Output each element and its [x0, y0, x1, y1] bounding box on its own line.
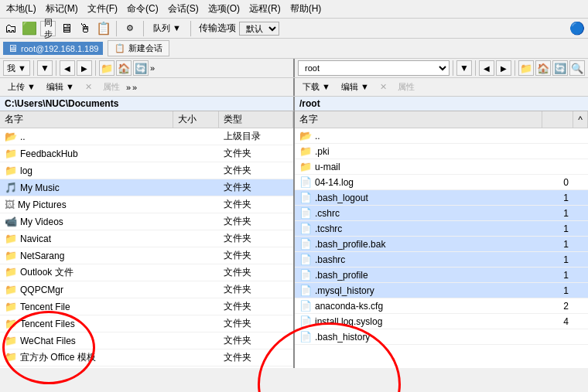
- local-header-size[interactable]: 大小: [173, 111, 219, 128]
- local-file-row[interactable]: 📁Navicat 文件夹: [0, 230, 293, 247]
- remote-file-row[interactable]: 📁u-mail: [295, 159, 588, 175]
- local-action-extra[interactable]: »: [132, 83, 137, 92]
- remote-file-row[interactable]: 📄.bash_profile.bak 1: [295, 237, 588, 252]
- transfer-options-select[interactable]: 默认: [239, 22, 279, 36]
- local-file-row[interactable]: 🎵My Music 文件夹: [0, 179, 293, 196]
- remote-file-name[interactable]: 📄.bash_history: [295, 329, 542, 345]
- local-file-row[interactable]: 📁FeedbackHub 文件夹: [0, 145, 293, 162]
- local-nav-more[interactable]: »: [150, 63, 155, 73]
- local-file-row[interactable]: 📹My Videos 文件夹: [0, 213, 293, 230]
- local-file-name[interactable]: 🖼My Pictures: [0, 196, 173, 213]
- remote-file-name[interactable]: 📂..: [295, 128, 542, 144]
- remote-filter-btn[interactable]: ▼: [456, 60, 472, 76]
- remote-delete-button[interactable]: ✕: [375, 80, 391, 94]
- menu-file[interactable]: 文件(F): [84, 2, 121, 16]
- local-header-type[interactable]: 类型: [219, 111, 293, 128]
- local-file-row[interactable]: 📁WeChat Files 文件夹: [0, 332, 293, 349]
- toolbar-icon-2[interactable]: 🟩: [22, 21, 37, 36]
- local-action-more[interactable]: »: [126, 83, 131, 92]
- remote-file-name[interactable]: 📄.cshrc: [295, 206, 542, 221]
- remote-file-row[interactable]: 📁.pki: [295, 144, 588, 159]
- remote-file-row[interactable]: 📂..: [295, 128, 588, 144]
- local-file-row[interactable]: 📁Tencent Files 文件夹: [0, 315, 293, 332]
- menu-mark[interactable]: 标记(M): [43, 2, 81, 16]
- remote-props-button[interactable]: 属性: [393, 80, 419, 94]
- remote-files-icon[interactable]: 📁: [518, 60, 534, 76]
- toolbar-icon-5[interactable]: 📋: [96, 21, 111, 36]
- remote-edit-button[interactable]: 编辑 ▼: [337, 80, 374, 94]
- local-file-name[interactable]: 📁QQPCMgr: [0, 281, 173, 298]
- remote-path-select[interactable]: root: [298, 60, 450, 76]
- remote-refresh-icon[interactable]: 🔄: [552, 60, 568, 76]
- remote-home-icon[interactable]: 🏠: [535, 60, 551, 76]
- remote-file-name[interactable]: 📄.mysql_history: [295, 283, 542, 298]
- local-file-row[interactable]: 📁NetSarang 文件夹: [0, 247, 293, 264]
- local-delete-button[interactable]: ✕: [80, 80, 97, 94]
- remote-file-name[interactable]: 📄.bash_logout: [295, 190, 542, 206]
- local-file-name[interactable]: 📁Navicat: [0, 230, 173, 247]
- local-file-name[interactable]: 🎵My Music: [0, 179, 173, 196]
- download-button[interactable]: 下载 ▼: [298, 80, 335, 94]
- new-session-button[interactable]: 📋 新建会话: [108, 40, 169, 56]
- remote-file-name[interactable]: 📄install.log.syslog: [295, 314, 542, 329]
- toolbar-icon-3[interactable]: 🖥: [59, 21, 74, 36]
- local-file-row[interactable]: 📁log 文件夹: [0, 162, 293, 179]
- local-file-name[interactable]: 📁NetSarang: [0, 247, 173, 264]
- local-file-row[interactable]: 📁宜方办 Office 模板 文件夹: [0, 349, 293, 366]
- local-filter-btn[interactable]: ▼: [37, 60, 53, 76]
- remote-header-size[interactable]: [542, 111, 573, 128]
- remote-file-name[interactable]: 📁.pki: [295, 144, 542, 159]
- menu-remote[interactable]: 远程(R): [246, 2, 284, 16]
- local-forward-btn[interactable]: ▶: [77, 60, 92, 76]
- toolbar-icon-1[interactable]: 🗂: [3, 21, 19, 36]
- local-file-name[interactable]: 📁FeedbackHub: [0, 145, 173, 162]
- remote-file-name[interactable]: 📄.bash_profile: [295, 268, 542, 283]
- local-file-row[interactable]: 📁QQPCMgr 文件夹: [0, 281, 293, 298]
- local-file-name[interactable]: 📁宜方办 Office 模板: [0, 349, 173, 366]
- local-file-row[interactable]: 🖼My Pictures 文件夹: [0, 196, 293, 213]
- menu-options[interactable]: 选项(O): [205, 2, 243, 16]
- local-file-panel[interactable]: 名字 大小 类型 📂.. 上级目录 📁FeedbackHub 文件夹 📁log …: [0, 111, 295, 368]
- remote-file-row[interactable]: 📄anaconda-ks.cfg 2: [295, 298, 588, 314]
- remote-file-name[interactable]: 📄.bashrc: [295, 252, 542, 268]
- local-file-name[interactable]: 📁WeChat Files: [0, 332, 173, 349]
- remote-file-row[interactable]: 📄.cshrc 1: [295, 206, 588, 221]
- local-props-button[interactable]: 属性: [98, 80, 125, 94]
- local-file-name[interactable]: 📂..: [0, 128, 173, 145]
- local-file-name[interactable]: 📁Tencent File: [0, 298, 173, 315]
- toolbar-sync[interactable]: 同步: [40, 21, 56, 36]
- local-files-icon[interactable]: 📁: [99, 60, 115, 76]
- remote-file-row[interactable]: 📄.mysql_history 1: [295, 283, 588, 298]
- remote-back-btn[interactable]: ◀: [479, 60, 494, 76]
- remote-file-name[interactable]: 📁u-mail: [295, 159, 542, 175]
- remote-file-panel[interactable]: 名字 ^ 📂.. 📁.pki 📁u-mail 📄04-14.log 0 📄.ba…: [295, 111, 588, 368]
- local-file-name[interactable]: 📹My Videos: [0, 213, 173, 230]
- local-file-name[interactable]: 📁Outlook 文件: [0, 264, 173, 281]
- local-header-name[interactable]: 名字: [0, 111, 173, 128]
- local-nav-mypc[interactable]: 我 ▼: [3, 60, 30, 76]
- local-file-row[interactable]: 📂.. 上级目录: [0, 128, 293, 145]
- remote-file-row[interactable]: 📄.tcshrc 1: [295, 221, 588, 237]
- local-file-row[interactable]: 📁Outlook 文件 文件夹: [0, 264, 293, 281]
- toolbar-icon-right[interactable]: 🔵: [569, 21, 585, 36]
- local-edit-button[interactable]: 编辑 ▼: [42, 80, 79, 94]
- local-file-row[interactable]: 📁Tencent File 文件夹: [0, 298, 293, 315]
- local-refresh-icon[interactable]: 🔄: [133, 60, 149, 76]
- remote-search-icon[interactable]: 🔍: [569, 60, 585, 76]
- remote-file-name[interactable]: 📄.tcshrc: [295, 221, 542, 237]
- remote-file-name[interactable]: 📄anaconda-ks.cfg: [295, 298, 542, 314]
- remote-header-name[interactable]: 名字: [295, 111, 542, 128]
- upload-button[interactable]: 上传 ▼: [3, 80, 40, 94]
- local-home-icon[interactable]: 🏠: [116, 60, 132, 76]
- remote-file-row[interactable]: 📄.bashrc 1: [295, 252, 588, 268]
- remote-file-row[interactable]: 📄install.log.syslog 4: [295, 314, 588, 329]
- toolbar-icon-4[interactable]: 🖱: [77, 21, 93, 36]
- toolbar-gear[interactable]: ⚙: [121, 21, 138, 36]
- remote-file-row[interactable]: 📄04-14.log 0: [295, 175, 588, 190]
- menu-local[interactable]: 本地(L): [3, 2, 39, 16]
- local-file-name[interactable]: 📁Tencent Files: [0, 315, 173, 332]
- remote-file-name[interactable]: 📄04-14.log: [295, 175, 542, 190]
- menu-help[interactable]: 帮助(H): [287, 2, 325, 16]
- local-back-btn[interactable]: ◀: [60, 60, 75, 76]
- remote-header-sort[interactable]: ^: [573, 111, 588, 128]
